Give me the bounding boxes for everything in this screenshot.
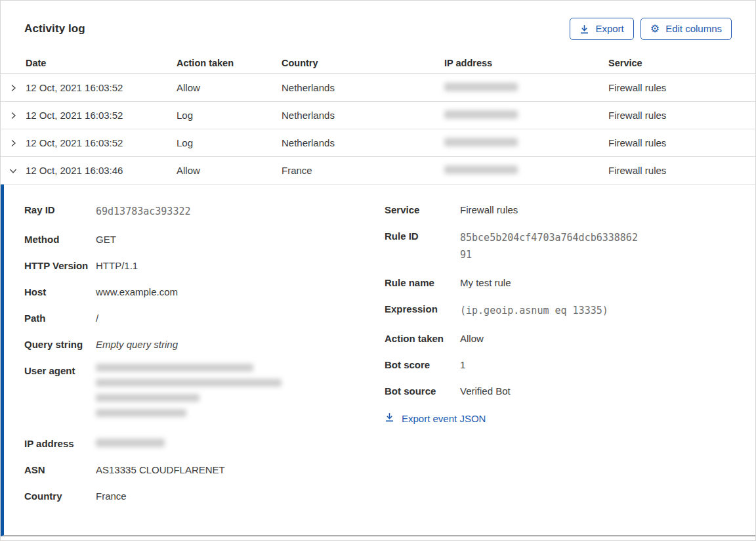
table-row-expanded[interactable]: 12 Oct, 2021 16:03:46 Allow France Firew… bbox=[1, 157, 755, 184]
redacted-ip-value bbox=[96, 437, 165, 450]
expanded-event-details: Ray ID 69d13783ac393322 Method GET HTTP … bbox=[1, 184, 755, 536]
export-event-json-label: Export event JSON bbox=[402, 413, 486, 424]
detail-row-rule-id: Rule ID 85bce5b204cf4703a764dcb633886291 bbox=[385, 229, 732, 263]
cell-action-taken: Log bbox=[177, 137, 282, 148]
detail-row-http-version: HTTP Version HTTP/1.1 bbox=[24, 259, 306, 272]
cell-country: Netherlands bbox=[282, 82, 444, 93]
cell-country: France bbox=[282, 165, 444, 176]
cell-ip-address bbox=[444, 137, 608, 148]
detail-value: / bbox=[96, 311, 98, 325]
redacted-ip-value bbox=[444, 83, 518, 91]
detail-row-host: Host www.example.com bbox=[24, 285, 306, 299]
detail-row-country: Country France bbox=[24, 489, 306, 503]
redacted-user-agent bbox=[96, 364, 282, 424]
edit-columns-button-label: Edit columns bbox=[665, 23, 722, 35]
cell-ip-address bbox=[444, 165, 608, 176]
titlebar: Activity log Export ⚙ Edit columns bbox=[1, 1, 755, 52]
detail-label: IP address bbox=[24, 437, 96, 450]
detail-value: Allow bbox=[460, 332, 484, 345]
detail-value: www.example.com bbox=[96, 285, 178, 299]
detail-row-query-string: Query string Empty query string bbox=[24, 337, 306, 351]
detail-value: 85bce5b204cf4703a764dcb633886291 bbox=[460, 229, 642, 263]
cell-service: Firewall rules bbox=[608, 82, 755, 93]
detail-label: Host bbox=[24, 285, 96, 299]
event-details-left-column: Ray ID 69d13783ac393322 Method GET HTTP … bbox=[24, 203, 306, 515]
row-expand-chevron[interactable] bbox=[1, 110, 26, 121]
edit-columns-button[interactable]: ⚙ Edit columns bbox=[640, 18, 732, 40]
detail-label: Query string bbox=[24, 337, 96, 351]
column-header-ip-address: IP address bbox=[444, 58, 608, 68]
cell-ip-address bbox=[444, 110, 608, 121]
cell-date: 12 Oct, 2021 16:03:52 bbox=[26, 82, 177, 93]
toolbar: Export ⚙ Edit columns bbox=[570, 18, 732, 40]
redacted-ip-value bbox=[444, 165, 518, 174]
detail-label: Bot source bbox=[385, 384, 460, 398]
detail-row-bot-score: Bot score 1 bbox=[385, 358, 732, 372]
detail-row-method: Method GET bbox=[24, 232, 306, 246]
cell-service: Firewall rules bbox=[608, 137, 755, 148]
cell-date: 12 Oct, 2021 16:03:52 bbox=[26, 110, 177, 121]
row-collapse-chevron[interactable] bbox=[1, 165, 26, 176]
detail-value: AS13335 CLOUDFLARENET bbox=[96, 463, 225, 477]
detail-label: Path bbox=[24, 311, 96, 325]
redacted-line bbox=[96, 379, 282, 387]
detail-label: Service bbox=[385, 203, 460, 217]
detail-label: Rule ID bbox=[385, 229, 460, 263]
cell-action-taken: Log bbox=[177, 110, 282, 121]
redacted-line bbox=[96, 409, 186, 417]
export-button[interactable]: Export bbox=[570, 18, 633, 40]
detail-label: ASN bbox=[24, 463, 96, 477]
detail-label: HTTP Version bbox=[24, 259, 96, 272]
column-header-action-taken: Action taken bbox=[177, 58, 282, 68]
detail-value: Firewall rules bbox=[460, 203, 518, 217]
table-row[interactable]: 12 Oct, 2021 16:03:52 Log Netherlands Fi… bbox=[1, 102, 755, 129]
export-event-json-link[interactable]: Export event JSON bbox=[385, 412, 486, 424]
cell-action-taken: Allow bbox=[177, 82, 282, 93]
row-expand-chevron[interactable] bbox=[1, 83, 26, 93]
detail-value: Empty query string bbox=[96, 337, 178, 351]
cell-country: Netherlands bbox=[282, 137, 444, 148]
detail-value: My test rule bbox=[460, 276, 511, 290]
detail-label: Action taken bbox=[385, 332, 460, 345]
cell-service: Firewall rules bbox=[608, 165, 755, 176]
page-title: Activity log bbox=[24, 22, 85, 35]
detail-label: Country bbox=[24, 489, 96, 503]
column-header-service: Service bbox=[608, 58, 755, 68]
detail-row-path: Path / bbox=[24, 311, 306, 325]
row-expand-chevron[interactable] bbox=[1, 138, 26, 148]
cell-service: Firewall rules bbox=[608, 110, 755, 121]
column-header-country: Country bbox=[282, 58, 444, 68]
detail-label: User agent bbox=[24, 364, 96, 424]
detail-value: GET bbox=[96, 232, 116, 246]
redacted-line bbox=[96, 394, 200, 402]
detail-value: France bbox=[96, 489, 127, 503]
detail-row-action-taken: Action taken Allow bbox=[385, 332, 732, 345]
detail-label: Method bbox=[24, 232, 96, 246]
detail-row-expression: Expression (ip.geoip.asnum eq 13335) bbox=[385, 302, 732, 319]
cell-action-taken: Allow bbox=[177, 165, 282, 176]
export-button-label: Export bbox=[595, 23, 623, 35]
cell-ip-address bbox=[444, 82, 608, 93]
detail-row-service: Service Firewall rules bbox=[385, 203, 732, 217]
detail-value: (ip.geoip.asnum eq 13335) bbox=[460, 302, 608, 319]
download-icon bbox=[385, 412, 394, 424]
detail-value: Verified Bot bbox=[460, 384, 511, 398]
detail-row-rule-name: Rule name My test rule bbox=[385, 276, 732, 290]
cell-date: 12 Oct, 2021 16:03:52 bbox=[26, 137, 177, 148]
redacted-ip-value bbox=[444, 110, 518, 119]
table-row[interactable]: 12 Oct, 2021 16:03:52 Allow Netherlands … bbox=[1, 74, 755, 102]
redacted-line bbox=[96, 364, 253, 372]
detail-value: HTTP/1.1 bbox=[96, 259, 138, 272]
table-header-row: Date Action taken Country IP address Ser… bbox=[1, 52, 755, 74]
detail-row-ray-id: Ray ID 69d13783ac393322 bbox=[24, 203, 306, 220]
table-row[interactable]: 12 Oct, 2021 16:03:52 Log Netherlands Fi… bbox=[1, 129, 755, 157]
activity-log-panel: Activity log Export ⚙ Edit columns Date … bbox=[0, 0, 756, 541]
event-details-right-column: Service Firewall rules Rule ID 85bce5b20… bbox=[385, 203, 732, 515]
detail-label: Rule name bbox=[385, 276, 460, 290]
detail-row-asn: ASN AS13335 CLOUDFLARENET bbox=[24, 463, 306, 477]
detail-label: Ray ID bbox=[24, 203, 96, 220]
cell-country: Netherlands bbox=[282, 110, 444, 121]
column-header-date: Date bbox=[26, 58, 177, 68]
detail-label: Expression bbox=[385, 302, 460, 319]
detail-row-ip-address: IP address bbox=[24, 437, 306, 450]
